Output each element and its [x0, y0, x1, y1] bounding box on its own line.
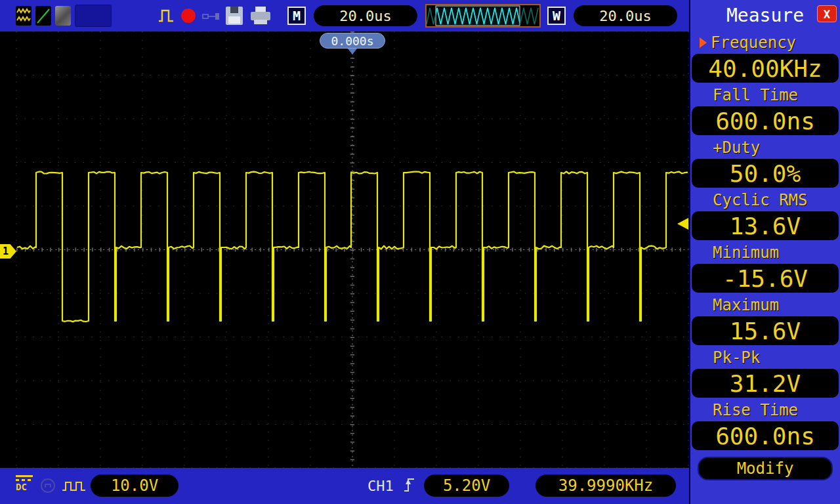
volts-per-div-value: 10.0V — [91, 474, 178, 497]
bottom-status-bar: DC 10.0V CH1 5.20V 39.9990KHz — [0, 468, 689, 504]
trigger-frequency-value: 39.9990KHz — [536, 474, 676, 497]
dc-dashed-line — [16, 479, 33, 481]
main-timebase-value: 20.0us — [314, 5, 417, 26]
measure-value-duty: 50.0% — [692, 159, 839, 188]
measure-label-text: +Duty — [713, 138, 760, 157]
trigger-level-value: 5.20V — [424, 474, 509, 497]
measure-label-frequency: Frequency — [690, 33, 840, 52]
trigger-position-badge: 0.000s — [320, 33, 385, 49]
usb-icon — [202, 11, 220, 24]
measure-value-maximum: 15.6V — [692, 316, 839, 345]
close-button[interactable]: X — [817, 5, 837, 22]
dc-solid-line — [16, 475, 33, 477]
pulse-icon[interactable] — [158, 6, 173, 26]
measure-value-fall-time: 600.0ns — [692, 106, 839, 135]
trigger-position-text: 0.000s — [331, 34, 373, 48]
floppy-shutter — [230, 7, 238, 13]
window-timebase-value: 20.0us — [574, 5, 677, 26]
measure-label-fall-time: Fall Time — [690, 85, 840, 105]
trigger-position-pointer-icon — [348, 49, 357, 54]
dc-coupling-icon: DC — [16, 475, 35, 492]
bandwidth-glyph — [45, 484, 51, 488]
measure-title: Measure — [726, 5, 804, 26]
measure-label-rise-time: Rise Time — [690, 400, 840, 420]
save-icon[interactable] — [226, 7, 243, 25]
measure-value-pk-pk: 31.2V — [692, 369, 839, 398]
measure-value-cyclic-rms: 13.6V — [692, 211, 839, 240]
main-timebase-badge: M — [287, 7, 306, 25]
measure-label-text: Minimum — [713, 243, 779, 262]
measure-label-text: Frequency — [711, 33, 796, 52]
measure-label-pk-pk: Pk-Pk — [690, 348, 840, 368]
ramp-icon[interactable] — [35, 6, 51, 26]
measure-label-duty: +Duty — [690, 138, 840, 158]
trigger-level-marker-icon[interactable] — [677, 218, 688, 230]
record-button[interactable] — [181, 9, 196, 23]
modify-button[interactable]: Modify — [698, 457, 833, 480]
display-area: 0.000s 1 — [0, 32, 689, 468]
top-toolbar: M 20.0us W 20.0us — [0, 0, 689, 32]
measure-header: Measure X — [690, 0, 840, 30]
measure-label-text: Fall Time — [713, 86, 798, 104]
measure-menu: Measure X Frequency 40.00KHz Fall Time 6… — [689, 0, 840, 504]
persist-display-icon[interactable] — [55, 6, 71, 26]
waveform-trace — [0, 32, 689, 468]
waveform-preview — [425, 4, 541, 28]
trigger-source-label: CH1 — [368, 478, 394, 494]
measure-label-cyclic-rms: Cyclic RMS — [690, 190, 840, 210]
square-wave-icon — [62, 478, 87, 496]
measure-label-text: Maximum — [713, 296, 779, 314]
print-icon[interactable] — [251, 7, 270, 25]
measure-value-frequency: 40.00KHz — [692, 54, 839, 83]
printer-tray — [254, 20, 267, 24]
measure-label-maximum: Maximum — [690, 295, 840, 315]
floppy-label — [228, 16, 240, 24]
measure-label-text: Cyclic RMS — [713, 191, 808, 209]
selected-arrow-icon — [700, 37, 707, 48]
measure-label-minimum: Minimum — [690, 243, 840, 262]
measure-label-text: Pk-Pk — [713, 348, 760, 367]
oscilloscope-ui: M 20.0us W 20.0us 0.000s 1 DC — [0, 0, 840, 504]
measure-value-minimum: -15.6V — [692, 264, 839, 293]
channel-waves-icon[interactable] — [16, 6, 32, 26]
measure-value-rise-time: 600.0ns — [692, 421, 839, 450]
window-timebase-badge: W — [547, 7, 566, 25]
coupling-text: DC — [16, 482, 35, 492]
measure-label-text: Rise Time — [713, 401, 798, 419]
rising-edge-icon — [403, 474, 416, 497]
bandwidth-limit-icon — [41, 478, 55, 493]
empty-toolbar-slot — [75, 5, 112, 27]
